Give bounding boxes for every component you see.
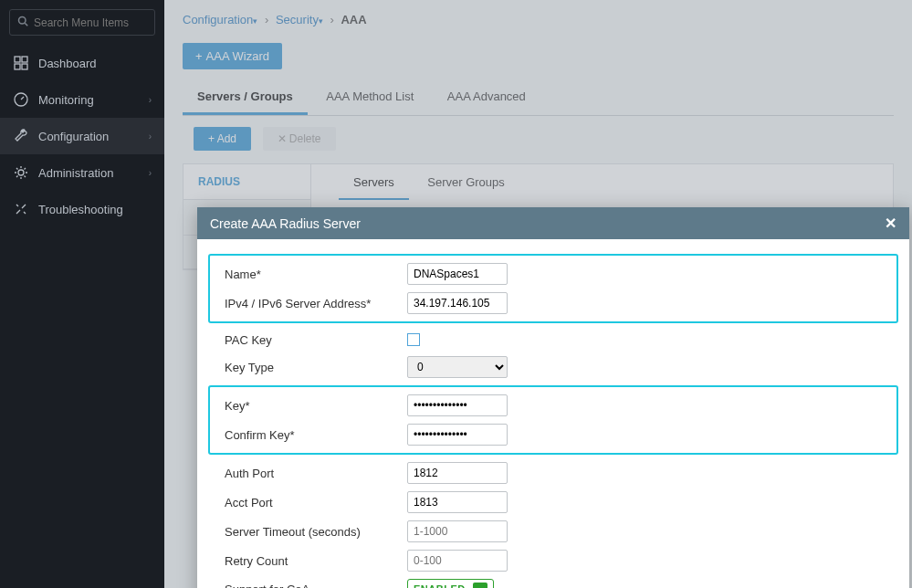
- tab-servers[interactable]: Servers: [339, 164, 409, 200]
- svg-point-0: [19, 17, 26, 25]
- tools-icon: [13, 201, 29, 217]
- highlight-name-addr: Name* IPv4 / IPv6 Server Address*: [208, 254, 898, 323]
- nav-label: Troubleshooting: [38, 203, 123, 216]
- nav-configuration[interactable]: Configuration ›: [0, 118, 164, 154]
- chevron-right-icon: ›: [149, 168, 152, 178]
- keytype-select[interactable]: 0: [407, 356, 508, 378]
- breadcrumb-current: AAA: [341, 13, 366, 26]
- add-button[interactable]: + Add: [194, 127, 251, 151]
- retry-input[interactable]: [407, 550, 508, 572]
- tab-advanced[interactable]: AAA Advanced: [433, 82, 540, 112]
- nav-label: Dashboard: [38, 57, 97, 70]
- timeout-label: Server Timeout (seconds): [225, 525, 407, 539]
- chevron-right-icon: ›: [149, 95, 152, 105]
- sidebar: Dashboard Monitoring › Configuration › A…: [0, 0, 164, 588]
- svg-line-7: [21, 97, 24, 100]
- tab-method-list[interactable]: AAA Method List: [311, 82, 428, 112]
- highlight-keys: Key* Confirm Key*: [208, 385, 898, 455]
- gauge-icon: [13, 91, 29, 108]
- breadcrumb-sep: ›: [265, 13, 268, 26]
- acct-port-input[interactable]: [407, 491, 508, 513]
- auth-port-input[interactable]: [407, 462, 508, 484]
- close-icon[interactable]: ✕: [885, 215, 896, 232]
- plus-icon: +: [195, 49, 203, 63]
- nav-label: Administration: [38, 166, 113, 180]
- acct-label: Acct Port: [225, 496, 407, 509]
- tab-radius[interactable]: RADIUS: [183, 164, 310, 200]
- modal-header: Create AAA Radius Server ✕: [197, 207, 909, 239]
- key-input[interactable]: [407, 394, 508, 416]
- nav-dashboard[interactable]: Dashboard: [0, 45, 164, 81]
- pac-label: PAC Key: [225, 333, 407, 347]
- coa-label: Support for CoA: [225, 583, 407, 589]
- tab-servers-groups[interactable]: Servers / Groups: [183, 82, 308, 115]
- delete-button[interactable]: ✕ Delete: [263, 127, 336, 151]
- breadcrumb: Configuration▾ › Security▾ › AAA: [183, 0, 894, 36]
- ckey-label: Confirm Key*: [225, 428, 407, 442]
- keytype-label: Key Type: [225, 361, 407, 374]
- create-radius-modal: Create AAA Radius Server ✕ Name* IPv4 / …: [197, 207, 909, 588]
- name-label: Name*: [225, 268, 407, 281]
- modal-body: Name* IPv4 / IPv6 Server Address* PAC Ke…: [197, 239, 909, 588]
- modal-title: Create AAA Radius Server: [210, 216, 361, 231]
- dashboard-icon: [13, 55, 29, 71]
- auth-label: Auth Port: [225, 467, 407, 480]
- nav-troubleshooting[interactable]: Troubleshooting: [0, 191, 164, 227]
- addr-input[interactable]: [407, 292, 508, 314]
- addr-label: IPv4 / IPv6 Server Address*: [225, 297, 407, 310]
- coa-toggle[interactable]: ENABLED: [407, 579, 494, 588]
- action-row: + Add ✕ Delete: [194, 127, 894, 151]
- chevron-right-icon: ›: [149, 131, 152, 142]
- aaa-wizard-button[interactable]: + AAA Wizard: [183, 43, 282, 69]
- breadcrumb-sep: ›: [330, 13, 334, 26]
- top-tabs: Servers / Groups AAA Method List AAA Adv…: [183, 82, 894, 116]
- toggle-state: ENABLED: [414, 583, 466, 588]
- breadcrumb-item[interactable]: Security: [276, 13, 319, 26]
- svg-rect-2: [15, 57, 20, 62]
- svg-rect-4: [15, 64, 20, 69]
- svg-rect-5: [22, 64, 27, 69]
- wrench-icon: [13, 128, 29, 144]
- pac-checkbox[interactable]: [407, 333, 420, 346]
- name-input[interactable]: [407, 263, 508, 285]
- sidebar-search[interactable]: [9, 9, 155, 36]
- nav-label: Configuration: [38, 130, 109, 143]
- breadcrumb-item[interactable]: Configuration: [183, 13, 253, 26]
- tab-server-groups[interactable]: Server Groups: [413, 164, 519, 198]
- nav-administration[interactable]: Administration ›: [0, 154, 164, 191]
- nav-monitoring[interactable]: Monitoring ›: [0, 81, 164, 118]
- nav-label: Monitoring: [38, 93, 94, 107]
- search-input[interactable]: [34, 16, 171, 29]
- retry-label: Retry Count: [225, 554, 407, 568]
- gear-icon: [13, 164, 29, 181]
- search-icon: [17, 16, 28, 29]
- confirm-key-input[interactable]: [407, 424, 508, 446]
- timeout-input[interactable]: [407, 520, 508, 542]
- svg-point-8: [18, 170, 24, 175]
- toggle-knob: [473, 583, 487, 588]
- key-label: Key*: [225, 399, 407, 413]
- svg-rect-3: [22, 57, 27, 62]
- svg-line-1: [25, 23, 27, 26]
